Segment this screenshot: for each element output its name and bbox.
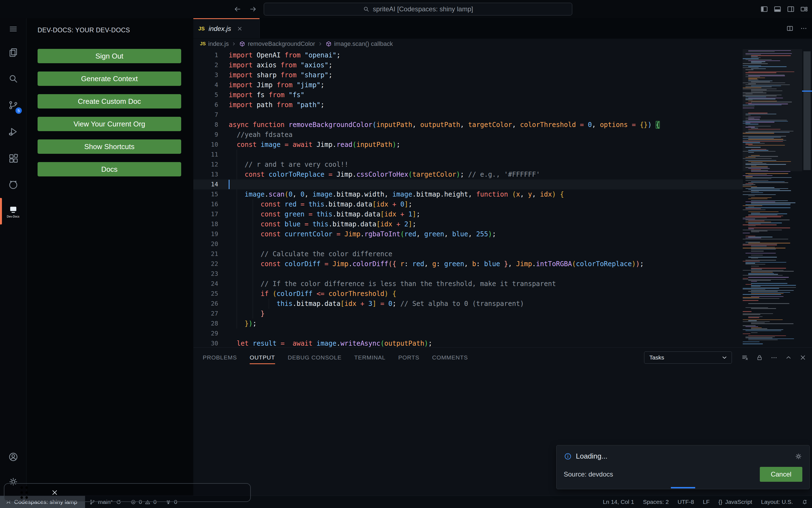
activity-item-github[interactable]: [0, 176, 26, 194]
clear-output-icon[interactable]: [741, 354, 749, 362]
code-line-9[interactable]: 9 //yeah fdsatea: [193, 130, 743, 140]
command-center-search[interactable]: spriteAI [Codespaces: shiny lamp]: [264, 3, 572, 15]
panel-more-icon[interactable]: [770, 354, 778, 362]
activity-item-accounts[interactable]: [0, 448, 26, 466]
more-actions-icon[interactable]: [800, 25, 808, 32]
toggle-sidebar-icon[interactable]: [760, 5, 768, 13]
code-line-16[interactable]: 16 const red = this.bitmap.data[idx + 0]…: [193, 199, 743, 209]
github-icon: [8, 179, 18, 190]
code-line-2[interactable]: 2import axios from "axios";: [193, 60, 743, 70]
code-line-22[interactable]: 22 const colorDiff = Jimp.colorDiff({ r:…: [193, 259, 743, 269]
output-channel-select[interactable]: Tasks: [644, 351, 732, 364]
minimap[interactable]: [743, 50, 802, 347]
notification-source: Source: devdocs: [564, 470, 613, 478]
code-line-20[interactable]: 20: [193, 239, 743, 249]
sidebar-button-docs[interactable]: Docs: [38, 162, 181, 176]
forward-icon[interactable]: [249, 5, 257, 13]
sidebar-button-sign-out[interactable]: Sign Out: [38, 49, 181, 63]
code-line-29[interactable]: 29: [193, 329, 743, 338]
sidebar-button-generate-context[interactable]: Generate Context: [38, 72, 181, 86]
code-line-15[interactable]: 15 image.scan(0, 0, image.bitmap.width, …: [193, 189, 743, 199]
panel-controls: Tasks: [644, 348, 807, 368]
activity-item-explorer[interactable]: [0, 43, 26, 61]
code-line-10[interactable]: 10 const image = await Jimp.read(inputPa…: [193, 140, 743, 150]
breadcrumb-item[interactable]: index.js: [208, 40, 229, 47]
panel-tab-comments[interactable]: COMMENTS: [432, 348, 468, 368]
floating-widget[interactable]: [4, 483, 251, 502]
code-line-4[interactable]: 4import Jimp from "jimp";: [193, 80, 743, 90]
bell-dot-icon: [802, 499, 808, 505]
drag-handle-icon[interactable]: [21, 486, 28, 499]
close-tab-icon[interactable]: [237, 26, 243, 32]
status-text: Layout: U.S.: [761, 499, 793, 505]
text-cursor: [229, 180, 230, 189]
code-line-14[interactable]: 14: [193, 179, 743, 189]
close-panel-icon[interactable]: [799, 354, 807, 361]
code-line-6[interactable]: 6import path from "path";: [193, 100, 743, 110]
progress-bar: [671, 487, 695, 489]
close-widget-icon[interactable]: [51, 489, 58, 496]
panel-tab-ports[interactable]: PORTS: [398, 348, 419, 368]
panel-tab-output[interactable]: OUTPUT: [250, 348, 275, 368]
toggle-panel-icon[interactable]: [773, 5, 782, 13]
panel-tab-terminal[interactable]: TERMINAL: [354, 348, 385, 368]
line-number: 14: [193, 179, 229, 189]
history-navigation: [233, 0, 257, 18]
activity-item-search[interactable]: [0, 70, 26, 88]
code-editor[interactable]: 1import OpenAI from "openai";2import axi…: [193, 49, 812, 347]
line-number: 3: [193, 70, 229, 80]
sidebar-button-view-your-current-org[interactable]: View Your Current Org: [38, 117, 181, 131]
sidebar-button-show-shortcuts[interactable]: Show Shortcuts: [38, 139, 181, 154]
scrollbar-thumb[interactable]: [804, 51, 811, 170]
code-line-17[interactable]: 17 const green = this.bitmap.data[idx + …: [193, 209, 743, 219]
activity-item-menu[interactable]: [0, 20, 26, 38]
lock-scroll-icon[interactable]: [756, 354, 763, 361]
activity-item-extensions[interactable]: [0, 149, 26, 167]
code-line-26[interactable]: 26 this.bitmap.data[idx + 3] = 0; // Set…: [193, 299, 743, 309]
activity-item-dev-docs[interactable]: Dev-Docs: [0, 202, 26, 220]
status-eol[interactable]: LF: [698, 496, 714, 508]
activity-item-source-control[interactable]: 5: [0, 96, 26, 114]
code-line-1[interactable]: 1import OpenAI from "openai";: [193, 50, 743, 60]
status-language[interactable]: {}JavaScript: [714, 496, 757, 508]
code-line-18[interactable]: 18 const blue = this.bitmap.data[idx + 2…: [193, 219, 743, 229]
code-line-5[interactable]: 5import fs from "fs": [193, 90, 743, 100]
code-line-8[interactable]: 8async function removeBackgroundColor(in…: [193, 120, 743, 130]
status-encoding[interactable]: UTF-8: [673, 496, 698, 508]
code-line-13[interactable]: 13 const colorToReplace = Jimp.cssColorT…: [193, 170, 743, 179]
code-line-19[interactable]: 19 const currentColor = Jimp.rgbaToInt(r…: [193, 229, 743, 239]
toggle-secondary-sidebar-icon[interactable]: [786, 5, 795, 13]
code-line-30[interactable]: 30 let result = await image.writeAsync(o…: [193, 338, 743, 347]
status-notifications[interactable]: [797, 496, 812, 508]
breadcrumb-item[interactable]: image.scan() callback: [334, 40, 393, 47]
code-line-12[interactable]: 12 // r and t are very cool!!: [193, 160, 743, 170]
code-line-11[interactable]: 11: [193, 150, 743, 160]
status-cursor-position[interactable]: Ln 14, Col 1: [599, 496, 639, 508]
panel-tab-problems[interactable]: PROBLEMS: [203, 348, 237, 368]
split-editor-icon[interactable]: [786, 25, 794, 32]
customize-layout-icon[interactable]: [800, 5, 808, 13]
tab-index-js[interactable]: JS index.js: [193, 18, 259, 38]
code-line-21[interactable]: 21 // Calculate the color difference: [193, 249, 743, 259]
sidebar-button-create-custom-doc[interactable]: Create Custom Doc: [38, 94, 181, 109]
panel-tab-debug-console[interactable]: DEBUG CONSOLE: [288, 348, 342, 368]
code-line-28[interactable]: 28 });: [193, 319, 743, 329]
search-icon: [8, 74, 18, 84]
notification-settings-icon[interactable]: [795, 453, 802, 460]
code-line-25[interactable]: 25 if (colorDiff <= colorThreshold) {: [193, 289, 743, 299]
code-line-23[interactable]: 23: [193, 269, 743, 279]
status-screencast-layout[interactable]: Layout: U.S.: [757, 496, 797, 508]
code-line-3[interactable]: 3import sharp from "sharp";: [193, 70, 743, 80]
activity-item-run-and-debug[interactable]: [0, 123, 26, 141]
back-icon[interactable]: [233, 5, 242, 13]
sidebar-buttons: Sign OutGenerate ContextCreate Custom Do…: [27, 49, 193, 176]
breadcrumb-item[interactable]: removeBackgroundColor: [248, 40, 315, 47]
code-line-7[interactable]: 7: [193, 110, 743, 120]
cancel-button[interactable]: Cancel: [760, 467, 802, 482]
status-indentation[interactable]: Spaces: 2: [639, 496, 673, 508]
code-line-24[interactable]: 24 // If the color difference is less th…: [193, 279, 743, 289]
maximize-panel-icon[interactable]: [785, 354, 792, 361]
editor-scrollbar[interactable]: [802, 49, 812, 347]
panel-tabs: PROBLEMSOUTPUTDEBUG CONSOLETERMINALPORTS…: [203, 348, 468, 368]
code-line-27[interactable]: 27 }: [193, 309, 743, 319]
